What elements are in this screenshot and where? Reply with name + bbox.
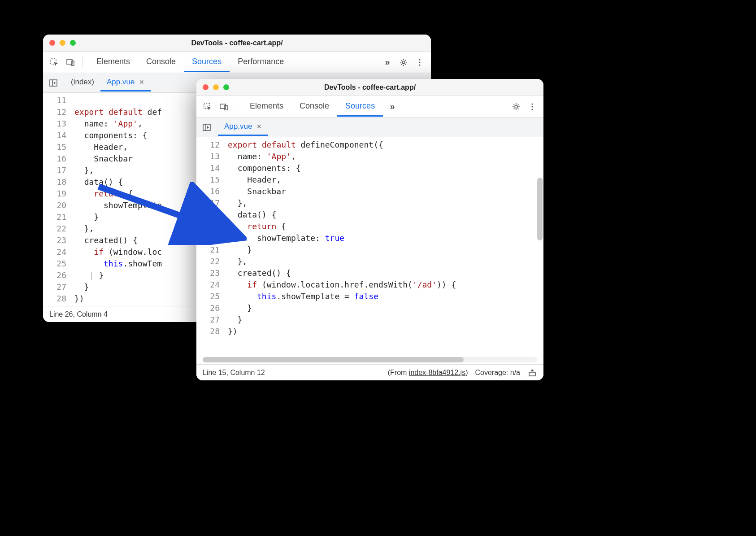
divider: [83, 56, 83, 69]
titlebar[interactable]: DevTools - coffee-cart.app/: [43, 35, 431, 52]
svg-point-3: [402, 61, 405, 64]
traffic-lights: [49, 40, 76, 46]
kebab-menu-icon[interactable]: [526, 100, 539, 113]
line-gutter: 11 12 13 14 15 16 17 18 19 20 21 22 23 2…: [43, 93, 71, 306]
expand-icon[interactable]: [527, 368, 537, 378]
tab-sources[interactable]: Sources: [184, 52, 230, 72]
file-tab-app-vue[interactable]: App.vue ✕: [218, 118, 268, 136]
device-toggle-icon[interactable]: [64, 56, 77, 69]
gear-icon[interactable]: [509, 100, 523, 113]
device-toggle-icon[interactable]: [217, 100, 230, 113]
scrollbar-thumb[interactable]: [537, 178, 543, 240]
more-tabs-icon[interactable]: »: [381, 56, 394, 69]
code-editor[interactable]: 12 13 14 15 16 17 18 19 20 21 22 23 24 2…: [196, 137, 543, 364]
close-tab-icon[interactable]: ✕: [139, 78, 144, 86]
source-map-link[interactable]: index-8bfa4912.js: [409, 369, 465, 376]
devtools-toolbar: Elements Console Sources »: [196, 96, 543, 118]
cursor-position: Line 15, Column 12: [203, 369, 265, 377]
navigator-toggle-icon[interactable]: [48, 77, 59, 89]
line-gutter: 12 13 14 15 16 17 18 19 20 21 22 23 24 2…: [196, 137, 224, 364]
svg-rect-11: [225, 105, 227, 110]
titlebar[interactable]: DevTools - coffee-cart.app/: [196, 79, 543, 96]
tab-elements[interactable]: Elements: [242, 97, 291, 117]
svg-rect-18: [529, 372, 535, 376]
divider: [236, 100, 236, 113]
maximize-icon[interactable]: [223, 84, 229, 90]
more-tabs-icon[interactable]: »: [386, 100, 399, 113]
svg-point-15: [531, 109, 533, 110]
source-map-info: (From index-8bfa4912.js): [388, 369, 468, 377]
traffic-lights: [203, 84, 229, 90]
horizontal-scrollbar[interactable]: [203, 357, 537, 362]
svg-point-13: [531, 103, 533, 105]
svg-point-5: [419, 61, 420, 63]
svg-rect-2: [71, 61, 74, 65]
tab-console[interactable]: Console: [291, 97, 337, 117]
vertical-scrollbar[interactable]: [537, 142, 543, 355]
svg-point-4: [419, 59, 420, 60]
svg-point-12: [515, 105, 517, 108]
cursor-position: Line 26, Column 4: [49, 310, 108, 318]
tab-console[interactable]: Console: [138, 52, 184, 72]
minimize-icon[interactable]: [60, 40, 65, 46]
gear-icon[interactable]: [397, 56, 410, 69]
svg-rect-7: [50, 80, 57, 86]
window-title: DevTools - coffee-cart.app/: [43, 39, 431, 47]
inspect-element-icon[interactable]: [201, 100, 214, 113]
file-tab-label: App.vue: [224, 122, 252, 131]
file-tabs: App.vue ✕: [196, 118, 543, 137]
file-tab-index[interactable]: (index): [65, 74, 100, 92]
file-tab-app-vue[interactable]: App.vue ✕: [100, 74, 151, 92]
tab-elements[interactable]: Elements: [88, 52, 138, 72]
close-icon[interactable]: [49, 40, 55, 46]
coverage-info: Coverage: n/a: [475, 369, 520, 377]
svg-point-14: [531, 106, 533, 107]
minimize-icon[interactable]: [213, 84, 219, 90]
code-content[interactable]: export default defineComponent({ name: '…: [224, 137, 543, 364]
statusbar: Line 15, Column 12 (From index-8bfa4912.…: [196, 364, 543, 380]
svg-rect-16: [203, 124, 210, 131]
close-tab-icon[interactable]: ✕: [256, 123, 262, 130]
file-tab-label: (index): [71, 78, 94, 87]
navigator-toggle-icon[interactable]: [201, 122, 213, 133]
scrollbar-thumb[interactable]: [203, 357, 464, 362]
tab-sources[interactable]: Sources: [337, 97, 383, 117]
devtools-toolbar: Elements Console Sources Performance »: [43, 52, 431, 73]
main-tabs: Elements Console Sources: [242, 97, 383, 117]
file-tab-label: App.vue: [107, 78, 135, 87]
kebab-menu-icon[interactable]: [413, 56, 426, 69]
svg-point-6: [419, 64, 420, 65]
tab-performance[interactable]: Performance: [230, 52, 292, 72]
maximize-icon[interactable]: [70, 40, 76, 46]
close-icon[interactable]: [203, 84, 209, 90]
inspect-element-icon[interactable]: [48, 56, 61, 69]
devtools-window-right: DevTools - coffee-cart.app/ Elements Con…: [196, 79, 543, 380]
main-tabs: Elements Console Sources Performance: [88, 52, 378, 72]
window-title: DevTools - coffee-cart.app/: [196, 83, 543, 92]
